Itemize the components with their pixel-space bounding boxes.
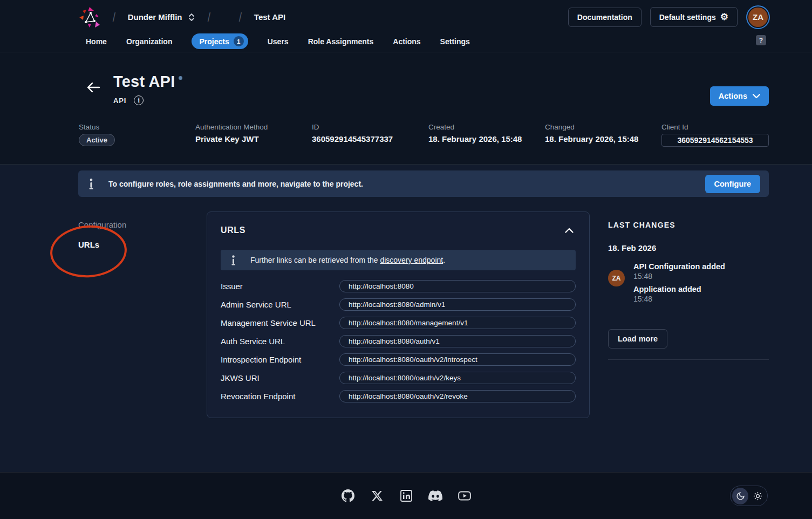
page-title-text: Test API bbox=[113, 73, 175, 90]
info-icon[interactable]: i bbox=[134, 95, 144, 105]
event-time: 15:48 bbox=[633, 295, 725, 303]
chevron-up-icon bbox=[565, 228, 574, 233]
field-label: JKWS URI bbox=[221, 373, 339, 383]
discovery-endpoint-link[interactable]: discovery endpoint bbox=[380, 256, 443, 264]
breadcrumb-project[interactable]: Test API bbox=[254, 12, 285, 22]
event-avatar: ZA bbox=[608, 270, 625, 286]
changes-date: 18. Feb 2026 bbox=[608, 243, 769, 252]
sidebar-item-urls[interactable]: URLs bbox=[78, 240, 207, 249]
created-value: 18. February 2026, 15:48 bbox=[428, 134, 545, 144]
breadcrumb-separator: / bbox=[239, 10, 242, 25]
main-nav: Home Organization Projects 1 Users Role … bbox=[0, 34, 812, 52]
tab-projects-label: Projects bbox=[199, 37, 229, 46]
default-settings-button[interactable]: Default settings ⚙ bbox=[650, 7, 738, 27]
field-label: Revocation Endpoint bbox=[221, 392, 339, 401]
projects-count-badge: 1 bbox=[234, 36, 244, 46]
issuer-input[interactable] bbox=[339, 280, 576, 292]
event-time: 15:48 bbox=[633, 272, 725, 281]
status-badge: Active bbox=[79, 134, 115, 146]
field-label: Management Service URL bbox=[221, 318, 339, 327]
note-text: Further links can be retrieved from the … bbox=[250, 256, 445, 264]
configure-button-label: Configure bbox=[714, 180, 751, 188]
github-icon[interactable] bbox=[338, 486, 358, 506]
field-jkws-uri: JKWS URI bbox=[221, 372, 576, 384]
documentation-button[interactable]: Documentation bbox=[568, 8, 642, 27]
info-person-icon bbox=[88, 178, 94, 190]
field-label: Introspection Endpoint bbox=[221, 355, 339, 364]
theme-toggle bbox=[730, 486, 768, 506]
x-icon[interactable] bbox=[367, 486, 387, 506]
help-button[interactable]: ? bbox=[756, 35, 766, 45]
user-avatar[interactable]: ZA bbox=[746, 5, 770, 29]
event-title: API Configuration added bbox=[633, 262, 725, 271]
admin-service-url-input[interactable] bbox=[339, 298, 576, 311]
jkws-uri-input[interactable] bbox=[339, 372, 576, 384]
back-arrow-icon[interactable] bbox=[86, 81, 100, 93]
meta-created: Created 18. February 2026, 15:48 bbox=[428, 123, 545, 147]
tab-users[interactable]: Users bbox=[268, 37, 289, 46]
meta-client-id: Client Id 360592914562154553 bbox=[661, 123, 769, 147]
field-auth-service-url: Auth Service URL bbox=[221, 335, 576, 347]
content-area: To configure roles, role assignments and… bbox=[0, 165, 812, 472]
footer bbox=[0, 472, 812, 519]
sidebar-heading: Configuration bbox=[78, 220, 207, 229]
status-label: Status bbox=[79, 123, 195, 131]
auth-method-value: Private Key JWT bbox=[195, 134, 312, 144]
breadcrumb-separator: / bbox=[113, 10, 115, 25]
state-dot-icon bbox=[179, 76, 182, 80]
zitadel-logo-icon[interactable] bbox=[79, 6, 100, 28]
auth-service-url-input[interactable] bbox=[339, 335, 576, 347]
breadcrumb-separator: / bbox=[207, 10, 210, 25]
note-suffix: . bbox=[443, 256, 445, 264]
last-changes-heading: LAST CHANGES bbox=[608, 221, 769, 229]
actions-button[interactable]: Actions bbox=[710, 86, 769, 106]
changed-value: 18. February 2026, 15:48 bbox=[545, 134, 661, 144]
collapse-button[interactable] bbox=[563, 226, 576, 235]
youtube-icon[interactable] bbox=[454, 486, 475, 506]
client-id-label: Client Id bbox=[661, 123, 769, 131]
avatar-initials: ZA bbox=[612, 275, 621, 282]
moon-icon[interactable] bbox=[732, 488, 748, 504]
management-service-url-input[interactable] bbox=[339, 317, 576, 329]
field-label: Auth Service URL bbox=[221, 337, 339, 346]
url-fields: Issuer Admin Service URL Management Serv… bbox=[221, 280, 576, 402]
field-issuer: Issuer bbox=[221, 280, 576, 292]
tab-projects[interactable]: Projects 1 bbox=[192, 33, 248, 49]
meta-changed: Changed 18. February 2026, 15:48 bbox=[545, 123, 661, 147]
introspection-endpoint-input[interactable] bbox=[339, 353, 576, 366]
load-more-button[interactable]: Load more bbox=[608, 329, 667, 349]
sun-icon[interactable] bbox=[749, 488, 766, 504]
banner-text: To configure roles, role assignments and… bbox=[108, 180, 363, 188]
tab-organization[interactable]: Organization bbox=[126, 37, 173, 46]
id-label: ID bbox=[312, 123, 428, 131]
breadcrumb: / Dunder Mifflin / / Test API Documentat… bbox=[0, 0, 812, 34]
created-label: Created bbox=[428, 123, 545, 131]
client-id-chip[interactable]: 360592914562154553 bbox=[661, 134, 769, 147]
tab-settings[interactable]: Settings bbox=[440, 37, 470, 46]
org-switcher[interactable]: Dunder Mifflin bbox=[128, 12, 195, 22]
auth-method-label: Authentication Method bbox=[195, 123, 312, 131]
linkedin-icon[interactable] bbox=[396, 486, 417, 506]
tab-role-assignments[interactable]: Role Assignments bbox=[308, 37, 374, 46]
field-admin-service-url: Admin Service URL bbox=[221, 298, 576, 311]
tab-home[interactable]: Home bbox=[86, 37, 107, 46]
discovery-note: Further links can be retrieved from the … bbox=[221, 250, 576, 270]
meta-status: Status Active bbox=[79, 123, 195, 147]
actions-button-label: Actions bbox=[719, 92, 747, 100]
urls-card-title: URLS bbox=[221, 226, 245, 235]
field-revocation-endpoint: Revocation Endpoint bbox=[221, 390, 576, 402]
page-title: Test API bbox=[113, 73, 182, 91]
tab-actions[interactable]: Actions bbox=[393, 37, 420, 46]
configure-button[interactable]: Configure bbox=[705, 175, 760, 193]
revocation-endpoint-input[interactable] bbox=[339, 390, 576, 402]
meta-auth-method: Authentication Method Private Key JWT bbox=[195, 123, 312, 147]
discord-icon[interactable] bbox=[425, 486, 446, 506]
urls-card: URLS Further links can be retrieved from… bbox=[207, 211, 590, 418]
org-name: Dunder Mifflin bbox=[128, 12, 182, 22]
chevron-updown-icon bbox=[188, 12, 195, 22]
id-value: 360592914545377337 bbox=[312, 134, 428, 144]
app-type-label: API bbox=[113, 97, 126, 105]
topbar: / Dunder Mifflin / / Test API Documentat… bbox=[0, 0, 812, 52]
last-changes-panel: LAST CHANGES 18. Feb 2026 ZA API Configu… bbox=[608, 211, 769, 360]
field-label: Issuer bbox=[221, 282, 339, 291]
